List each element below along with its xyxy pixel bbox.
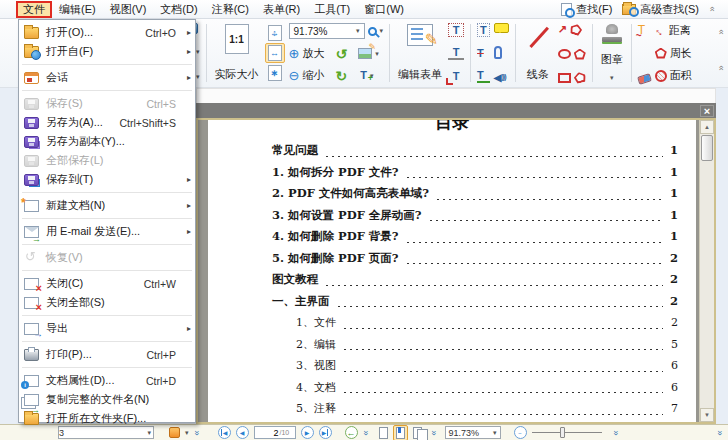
previous-view-button[interactable]: ← bbox=[345, 426, 358, 439]
rectangle-tool-icon[interactable] bbox=[558, 73, 571, 83]
actual-size-button[interactable]: 1:1 实际大小 bbox=[211, 22, 263, 84]
distance-icon[interactable]: ↔ bbox=[652, 22, 668, 38]
menubar-item[interactable]: 文件 bbox=[16, 1, 52, 18]
menu-item[interactable]: 打开(O)... Ctrl+O ▸ bbox=[19, 23, 195, 42]
ellipse-tool-icon[interactable] bbox=[558, 49, 571, 59]
highlight-text-icon[interactable]: T bbox=[477, 23, 490, 37]
add-text-icon[interactable]: T bbox=[360, 70, 367, 81]
zoom-slider-thumb[interactable] bbox=[560, 427, 565, 438]
attachment-icon[interactable] bbox=[494, 46, 502, 59]
menu-item[interactable]: 文档属性(D)... Ctrl+D ▸ bbox=[19, 371, 195, 390]
strikeout-text-icon[interactable]: T bbox=[477, 47, 490, 59]
vertical-scrollbar[interactable]: ▲ ▼ bbox=[699, 120, 714, 422]
first-page-button[interactable]: ◀ bbox=[218, 426, 231, 439]
menu-item[interactable]: 关闭(C) Ctrl+W ▸ bbox=[19, 274, 195, 293]
fit-page-button[interactable]: ↔↕ bbox=[265, 23, 285, 43]
dropdown-icon[interactable]: ▾ bbox=[380, 27, 384, 35]
text-box-tool-icon[interactable]: T bbox=[448, 46, 464, 60]
chevron-down-icon[interactable]: » bbox=[360, 430, 370, 435]
menubar-item[interactable]: 表单(R) bbox=[256, 1, 307, 18]
menu-item[interactable]: 导出 ▸ bbox=[19, 319, 195, 338]
text-field-tool-icon[interactable]: T bbox=[448, 23, 464, 37]
tool-icon[interactable] bbox=[169, 427, 180, 438]
menubar-item[interactable]: 视图(V) bbox=[103, 1, 154, 18]
text-callout-tool-icon[interactable]: T bbox=[448, 69, 464, 83]
collapse-toolbar-icon[interactable]: » bbox=[715, 65, 725, 70]
zoom-tool-icon[interactable] bbox=[368, 27, 377, 36]
distance-label[interactable]: 距离 bbox=[669, 23, 691, 38]
find-button[interactable]: 查找(F) bbox=[561, 2, 612, 17]
last-page-button[interactable]: ▶ bbox=[319, 426, 332, 439]
edit-form-button[interactable]: 编辑表单 bbox=[394, 22, 446, 84]
line-tool-button[interactable]: 线条 bbox=[520, 22, 556, 84]
rotate-ccw-icon[interactable]: ↺ bbox=[335, 47, 347, 61]
menu-item[interactable]: 打印(P)... Ctrl+P ▸ bbox=[19, 345, 195, 364]
stamp-button[interactable]: 图章 ▾ bbox=[597, 22, 627, 84]
zoom-out-label[interactable]: 缩小 bbox=[302, 68, 324, 83]
menu-item[interactable]: 打开所在文件夹(F)... ▸ bbox=[19, 409, 195, 428]
menu-item[interactable]: 关闭全部(S) ▸ bbox=[19, 293, 195, 312]
arrow-tool-icon[interactable]: ↗ bbox=[558, 23, 567, 36]
zoom-in-label[interactable]: 放大 bbox=[302, 46, 324, 61]
sound-icon[interactable]: ◀ bbox=[494, 72, 509, 83]
document-viewport[interactable]: 目录 常见问题 1 1. 如何拆分 PDF 文件? 1 2. PDF 文件如何高… bbox=[196, 118, 716, 424]
menubar-item[interactable]: 文档(D) bbox=[153, 1, 204, 18]
scroll-down-icon[interactable]: ▼ bbox=[700, 408, 714, 422]
pentagon-tool-icon[interactable] bbox=[574, 49, 586, 60]
menubar-item[interactable]: 编辑(E) bbox=[52, 1, 103, 18]
current-layout-button[interactable] bbox=[393, 425, 408, 440]
next-page-button[interactable]: ▶ bbox=[301, 426, 314, 439]
comment-icon[interactable] bbox=[494, 23, 509, 33]
polygon-tool-icon[interactable] bbox=[573, 71, 587, 85]
menubar-item[interactable]: 工具(T) bbox=[307, 1, 357, 18]
pencil-tool-icon[interactable]: T bbox=[638, 23, 651, 37]
menubar-item[interactable]: 注释(C) bbox=[205, 1, 256, 18]
perimeter-icon[interactable] bbox=[655, 48, 667, 59]
two-page-layout-icon[interactable] bbox=[413, 427, 422, 439]
menu-item[interactable]: 新建文档(N) ▸ bbox=[19, 196, 195, 215]
scrollbar-thumb[interactable] bbox=[701, 135, 713, 161]
menu-item[interactable]: 保存(S) Ctrl+S ▸ bbox=[19, 94, 195, 113]
scroll-up-icon[interactable]: ▲ bbox=[700, 120, 714, 134]
menu-item[interactable]: 恢复(V) ▸ bbox=[19, 248, 195, 267]
zoom-out-button[interactable]: − bbox=[514, 426, 527, 439]
single-page-layout-icon[interactable] bbox=[379, 427, 388, 439]
perimeter-label[interactable]: 周长 bbox=[670, 46, 692, 61]
collapse-menubar-icon[interactable]: » bbox=[706, 6, 716, 11]
chevron-down-icon[interactable]: » bbox=[428, 430, 438, 435]
fit-width-button[interactable]: ↔ bbox=[265, 43, 285, 63]
dropdown-icon[interactable]: ▾ bbox=[196, 73, 200, 81]
menu-item[interactable]: 复制完整的文件名(N) ▸ bbox=[19, 390, 195, 409]
menu-item[interactable]: 另存为副本(Y)... ▸ bbox=[19, 132, 195, 151]
image-edit-icon[interactable] bbox=[358, 48, 372, 59]
chevron-down-icon[interactable]: » bbox=[191, 430, 201, 435]
menu-item[interactable]: 打开自(F) ▸ bbox=[19, 42, 195, 61]
zoom-slider[interactable] bbox=[532, 426, 602, 439]
menu-item[interactable]: 用 E-mail 发送(E)... ▸ bbox=[19, 222, 195, 241]
polyline-tool-icon[interactable] bbox=[569, 22, 584, 36]
menu-item[interactable]: 会话 ▸ bbox=[19, 68, 195, 87]
dropdown-icon[interactable]: ▾ bbox=[185, 429, 189, 437]
chevron-down-icon[interactable]: » bbox=[714, 430, 724, 435]
fit-visible-button[interactable]: ∗ bbox=[265, 63, 285, 83]
page-number-input[interactable] bbox=[257, 428, 279, 438]
previous-page-button[interactable]: ◀ bbox=[236, 426, 249, 439]
area-icon[interactable] bbox=[655, 70, 667, 82]
menu-item[interactable]: 另存为(A)... Ctrl+Shift+S ▸ bbox=[19, 113, 195, 132]
menubar-item[interactable]: 窗口(W) bbox=[357, 1, 411, 18]
advanced-find-button[interactable]: 高级查找(S) bbox=[622, 2, 699, 17]
menu-item[interactable]: 保存到(T) ▸ bbox=[19, 170, 195, 189]
collapse-toolbar-icon[interactable]: » bbox=[715, 29, 725, 34]
close-icon[interactable]: × bbox=[700, 105, 714, 117]
zoom-in-icon[interactable]: ⊕ bbox=[289, 47, 300, 60]
zoom-out-icon[interactable]: ⊖ bbox=[289, 69, 300, 82]
zoom-level-combobox[interactable]: 91.73%▾ bbox=[289, 23, 365, 39]
chevron-down-icon[interactable]: » bbox=[610, 430, 620, 435]
dropdown-icon[interactable]: ▾ bbox=[196, 48, 200, 56]
underline-text-icon[interactable]: T bbox=[477, 69, 490, 83]
area-label[interactable]: 面积 bbox=[670, 68, 692, 83]
menu-item[interactable]: 全部保存(L) ▸ bbox=[19, 151, 195, 170]
eraser-tool-icon[interactable] bbox=[637, 73, 652, 85]
rotate-cw-icon[interactable]: ↻ bbox=[335, 69, 347, 83]
zoom-combobox[interactable]: 91.73% ▾ bbox=[445, 426, 501, 439]
